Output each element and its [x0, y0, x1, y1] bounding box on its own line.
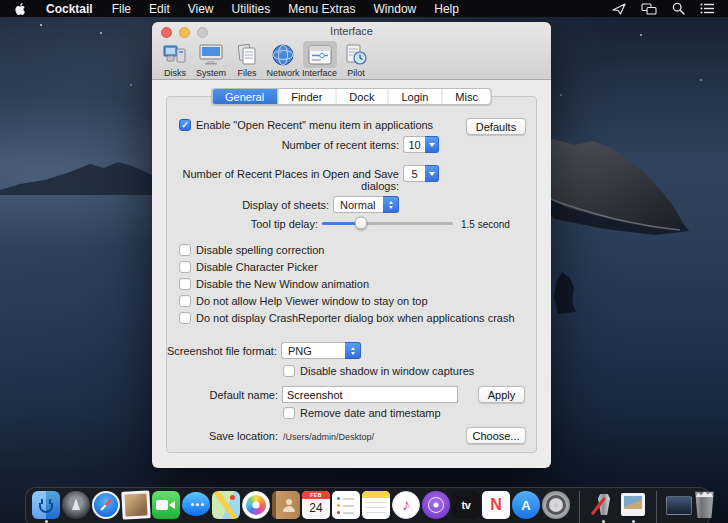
default-name-label: Default name:	[152, 389, 278, 401]
save-location-label: Save location:	[152, 430, 278, 442]
toolbar-item-pilot[interactable]: Pilot	[339, 41, 373, 78]
save-location-path: /Users/admin/Desktop/	[283, 432, 374, 442]
launchpad-icon	[62, 491, 90, 519]
dock-reminders[interactable]	[332, 491, 360, 519]
tooltip-delay-value: 1.5 second	[461, 219, 510, 230]
music-icon	[392, 491, 420, 519]
dock-app-store[interactable]	[512, 491, 540, 519]
safari-icon	[92, 491, 120, 519]
tab-general[interactable]: General	[212, 89, 278, 104]
toolbar-item-disks[interactable]: Disks	[158, 41, 192, 78]
sheets-popup[interactable]: Normal	[333, 196, 399, 213]
notification-list-icon[interactable]	[700, 3, 714, 14]
crashreporter-checkbox[interactable]	[179, 312, 191, 324]
menu-view[interactable]: View	[179, 0, 223, 17]
headland-silhouette	[535, 135, 700, 240]
tab-login[interactable]: Login	[388, 89, 442, 104]
toolbar-item-network[interactable]: Network	[266, 41, 300, 78]
disable-shadow-row: Disable shadow in window captures	[283, 365, 474, 377]
dock-facetime[interactable]	[152, 491, 180, 519]
toolbar-item-files[interactable]: Files	[230, 41, 264, 78]
toolbar-item-interface[interactable]: Interface	[302, 41, 337, 78]
disable-shadow-checkbox[interactable]	[283, 365, 295, 377]
dock-mail[interactable]	[122, 491, 150, 519]
apply-button[interactable]: Apply	[478, 386, 525, 403]
apple-tv-icon	[452, 491, 480, 519]
toolbar-item-system[interactable]: System	[194, 41, 228, 78]
remove-date-checkbox[interactable]	[283, 407, 295, 419]
checkbox-row-character-picker: Disable Character Picker	[179, 261, 318, 273]
toolbar-label-system: System	[196, 68, 226, 78]
tooltip-slider-thumb[interactable]	[355, 217, 368, 230]
dock-system-preferences[interactable]	[542, 491, 570, 519]
dock-podcasts[interactable]	[422, 491, 450, 519]
mail-stamp-icon	[121, 490, 150, 519]
defaults-button[interactable]: Defaults	[466, 118, 526, 135]
slider-track[interactable]	[322, 222, 453, 225]
recent-places-combo[interactable]: 5	[403, 165, 439, 182]
tab-misc[interactable]: Misc	[442, 89, 491, 104]
dock-cocktail[interactable]	[589, 491, 617, 523]
dock-launchpad[interactable]	[62, 491, 90, 519]
cocktail-shaker-icon	[589, 491, 617, 519]
chevron-down-icon	[389, 206, 393, 209]
dock-minimized-window[interactable]	[666, 491, 692, 515]
disks-icon	[158, 41, 192, 68]
dock-items: FEB24	[32, 491, 703, 523]
screenshot-format-popup-button[interactable]	[345, 342, 361, 359]
dock-tv[interactable]	[452, 491, 480, 519]
menu-menu-extras[interactable]: Menu Extras	[279, 0, 364, 17]
system-icon	[194, 41, 228, 68]
dock-calendar[interactable]: FEB24	[302, 491, 330, 519]
sea-rock-silhouette	[552, 272, 586, 314]
tooltip-delay-slider[interactable]	[322, 216, 453, 230]
menu-window[interactable]: Window	[365, 0, 426, 17]
dock-messages[interactable]	[182, 491, 210, 519]
menu-bar-left: Cocktail File Edit View Utilities Menu E…	[0, 0, 468, 17]
interface-icon	[303, 41, 337, 68]
dock-photos[interactable]	[242, 491, 270, 519]
menu-file[interactable]: File	[103, 0, 140, 17]
network-icon	[266, 41, 300, 68]
choose-button[interactable]: Choose...	[466, 427, 526, 444]
checkbox-row-window-animation: Disable the New Window animation	[179, 278, 369, 290]
menu-app-name[interactable]: Cocktail	[36, 0, 103, 17]
dock-safari[interactable]	[92, 491, 120, 519]
help-viewer-checkbox[interactable]	[179, 295, 191, 307]
screenshot-format-popup[interactable]: PNG	[281, 342, 361, 359]
open-recent-checkbox[interactable]	[179, 119, 191, 131]
dock-news[interactable]	[482, 491, 510, 519]
tab-dock[interactable]: Dock	[336, 89, 388, 104]
dock-trash[interactable]	[694, 491, 715, 518]
apple-menu-icon[interactable]	[0, 0, 36, 17]
recent-items-dropdown-button[interactable]	[425, 136, 439, 153]
recent-places-dropdown-button[interactable]	[425, 165, 439, 182]
dock-music[interactable]	[392, 491, 420, 519]
menu-utilities[interactable]: Utilities	[223, 0, 280, 17]
window-title: Interface	[152, 25, 551, 37]
recent-items-combo[interactable]: 10	[403, 136, 439, 153]
default-name-field[interactable]	[282, 386, 458, 403]
dock-finder[interactable]	[32, 491, 60, 523]
paper-plane-icon[interactable]	[612, 3, 626, 15]
dock-maps[interactable]	[212, 491, 240, 519]
maps-icon	[212, 491, 240, 519]
open-recent-label: Enable "Open Recent" menu item in applic…	[196, 119, 433, 131]
dock-contacts[interactable]	[272, 491, 300, 519]
disable-window-animation-checkbox[interactable]	[179, 278, 191, 290]
tab-finder[interactable]: Finder	[278, 89, 336, 104]
chevron-up-icon	[351, 347, 355, 350]
window-header[interactable]: Interface Disks System Files	[152, 22, 551, 80]
disable-character-picker-checkbox[interactable]	[179, 261, 191, 273]
displays-icon[interactable]	[641, 3, 657, 15]
menu-help[interactable]: Help	[425, 0, 468, 17]
files-icon	[230, 41, 264, 68]
sheets-popup-button[interactable]	[383, 196, 399, 213]
menu-edit[interactable]: Edit	[140, 0, 179, 17]
disable-spelling-checkbox[interactable]	[179, 244, 191, 256]
dock-images-app[interactable]	[619, 491, 647, 523]
toolbar: Disks System Files Network	[158, 41, 375, 78]
stars-decoration	[40, 24, 42, 26]
dock-notes[interactable]	[362, 491, 390, 519]
spotlight-search-icon[interactable]	[672, 2, 685, 15]
